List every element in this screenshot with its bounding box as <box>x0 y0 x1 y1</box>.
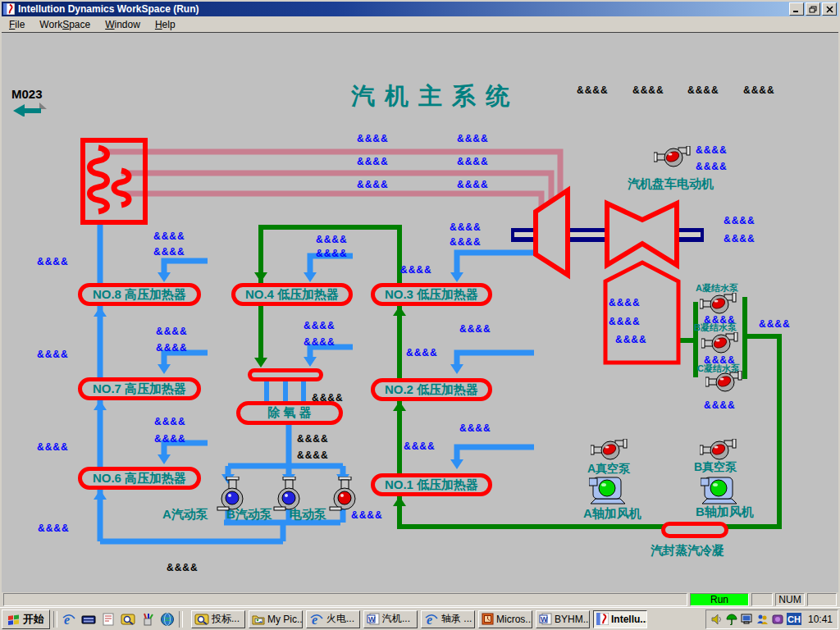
value-tag: &&&& <box>316 234 348 245</box>
diagram-title: 汽机主系统 <box>351 80 519 113</box>
statusbar-panel <box>751 593 773 606</box>
steam-feed-pump-a-icon[interactable] <box>216 477 249 511</box>
value-tag: &&&& <box>457 179 489 190</box>
value-tag: &&&& <box>316 248 348 259</box>
minimize-button[interactable] <box>789 2 804 16</box>
viewer-quicklaunch-icon[interactable] <box>120 611 136 628</box>
doc-quicklaunch-icon[interactable] <box>100 611 116 628</box>
app-icon <box>3 3 15 15</box>
boiler-box[interactable] <box>80 138 148 225</box>
page-code: M023 <box>11 87 43 101</box>
heater-no7-box[interactable]: NO.7 高压加热器 <box>78 377 201 400</box>
vacuum-pump-a-icon[interactable] <box>591 439 628 460</box>
task-button[interactable]: 投标... <box>191 610 245 628</box>
globe-quicklaunch-icon[interactable] <box>159 611 176 628</box>
heater-no6-box[interactable]: NO.6 高压加热器 <box>78 467 201 490</box>
ie-icon: e <box>309 612 324 627</box>
value-tag: &&&& <box>37 349 69 360</box>
vacuum-pump-b-label: B真空泵 <box>694 460 737 475</box>
condensate-pump-c-icon[interactable] <box>705 371 742 392</box>
value-tag: &&&& <box>304 320 336 331</box>
antivirus-umbrella-icon[interactable] <box>726 614 737 625</box>
task-button[interactable]: e轴承 ... <box>421 610 475 628</box>
value-tag: &&&& <box>304 336 336 348</box>
viewer-icon <box>194 612 209 627</box>
value-tag: &&&& <box>156 342 188 354</box>
value-tag: &&&& <box>696 161 728 172</box>
input-method-indicator[interactable]: CH <box>787 613 801 625</box>
value-tag: &&&& <box>609 297 641 308</box>
task-button[interactable]: WBYHM... <box>536 610 590 628</box>
menu-file[interactable]: File <box>2 17 32 32</box>
turning-gear-motor-icon[interactable] <box>654 146 691 167</box>
task-label: 火电... <box>326 612 354 626</box>
menu-help[interactable]: Help <box>148 17 183 32</box>
value-tag: &&&& <box>312 392 344 404</box>
value-tag: &&&& <box>743 84 775 96</box>
value-tag: &&&& <box>687 84 719 96</box>
vacuum-pump-b-icon[interactable] <box>700 439 737 460</box>
deaerator-drop-pipes <box>267 380 304 401</box>
value-tag: &&&& <box>406 347 438 358</box>
gland-steam-condenser-label: 汽封蒸汽冷凝 <box>651 543 724 559</box>
volume-icon[interactable] <box>711 614 723 625</box>
run-mode-indicator: Run <box>690 593 749 606</box>
svg-text:W: W <box>368 615 376 623</box>
window-title: Intellution Dynamics WorkSpace (Run) <box>18 3 788 15</box>
restore-button[interactable] <box>806 2 820 16</box>
heater-no8-box[interactable]: NO.8 高压加热器 <box>78 283 201 306</box>
heater-no2-box[interactable]: NO.2 低压加热器 <box>371 378 492 401</box>
ie-icon: e <box>424 612 439 627</box>
title-bar[interactable]: Intellution Dynamics WorkSpace (Run) <box>2 2 838 16</box>
task-button[interactable]: My Pic... <box>249 610 303 628</box>
menu-workspace[interactable]: WorkSpace <box>32 17 98 32</box>
value-tag: &&&& <box>156 326 188 337</box>
value-tag: &&&& <box>351 509 383 521</box>
task-button[interactable]: e火电... <box>306 610 360 628</box>
gland-steam-condenser-box-box[interactable] <box>661 522 728 538</box>
shaft-fan-a-icon[interactable] <box>589 477 627 504</box>
value-tag: &&&& <box>759 318 791 330</box>
back-arrow-icon[interactable] <box>11 102 48 120</box>
steam-feed-pump-b-icon[interactable] <box>272 477 305 511</box>
steam-feed-pump-a-label: A汽动泵 <box>162 507 208 523</box>
word-icon: W <box>367 613 380 625</box>
start-button[interactable]: 开始 <box>2 609 50 629</box>
heater-no4-box[interactable]: NO.4 低压加热器 <box>231 283 353 306</box>
hasp-icon[interactable] <box>772 614 783 625</box>
value-tag: &&&& <box>724 233 756 244</box>
electric-feed-pump-icon[interactable] <box>328 477 361 511</box>
heater-no1-box[interactable]: NO.1 低压加热器 <box>371 473 492 496</box>
value-tag: &&&& <box>357 179 389 190</box>
paint-quicklaunch-icon[interactable] <box>139 611 156 628</box>
network-computer-icon[interactable] <box>741 614 753 625</box>
condenser <box>605 262 678 363</box>
task-label: 汽机... <box>382 612 410 626</box>
value-tag: &&&& <box>400 264 432 276</box>
task-button[interactable]: Micros... <box>478 610 532 628</box>
users-icon[interactable] <box>756 614 769 625</box>
value-tag: &&&& <box>704 399 736 411</box>
status-bar: Run NUM <box>2 592 838 607</box>
keyboard-quicklaunch-icon[interactable] <box>80 611 97 628</box>
value-tag: &&&& <box>609 316 641 327</box>
condensate-pump-b-icon[interactable] <box>701 332 738 354</box>
value-tag: &&&& <box>577 84 609 96</box>
clock[interactable]: 10:41 <box>808 614 833 625</box>
heater-no3-box[interactable]: NO.3 低压加热器 <box>371 283 492 306</box>
ie-quicklaunch-icon[interactable]: e <box>61 611 77 628</box>
menu-window[interactable]: Window <box>98 17 148 32</box>
value-tag: &&&& <box>457 156 489 167</box>
condensate-pump-a-icon[interactable] <box>700 293 737 314</box>
value-tag: &&&& <box>37 256 69 267</box>
task-button[interactable]: Intellu... <box>593 610 647 628</box>
deaerator-box[interactable]: 除 氧 器 <box>236 401 343 425</box>
value-tag: &&&& <box>632 84 664 96</box>
close-button[interactable] <box>822 2 837 16</box>
deaerator-head-tank-box[interactable] <box>248 368 323 381</box>
shaft-fan-b-icon[interactable] <box>701 477 738 504</box>
value-tag: &&&& <box>38 523 70 534</box>
task-button[interactable]: W汽机... <box>363 610 418 628</box>
desktop: Intellution Dynamics WorkSpace (Run) Fil… <box>0 0 840 630</box>
vacuum-pump-a-label: A真空泵 <box>587 462 630 477</box>
